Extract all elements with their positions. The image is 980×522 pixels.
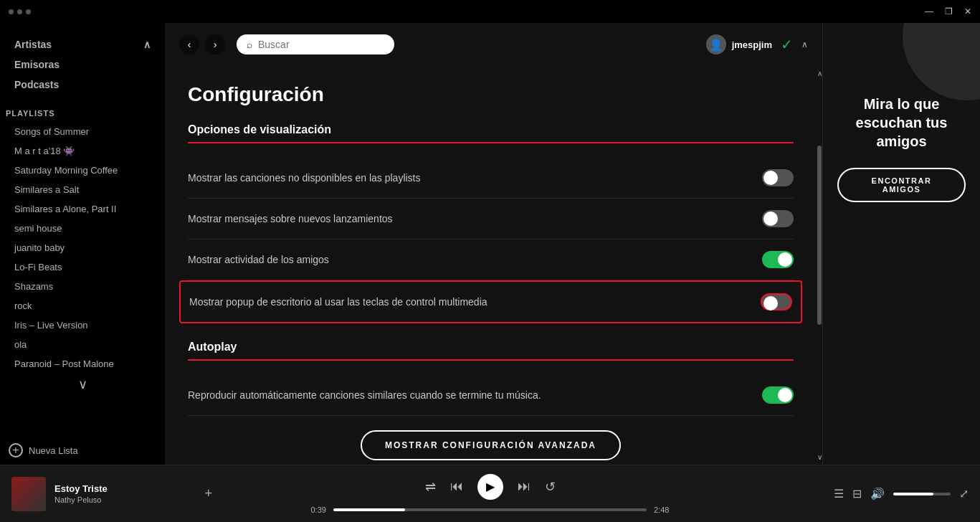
right-panel-title: Mira lo que escuchan tus amigos xyxy=(837,95,966,151)
toggle-thumb xyxy=(778,388,792,402)
playlist-item[interactable]: M a r t a'18 👾 xyxy=(9,141,156,161)
titlebar: — ❐ ✕ xyxy=(0,0,980,23)
find-friends-button[interactable]: ENCONTRAR AMIGOS xyxy=(837,168,966,202)
scroll-up-icon[interactable]: ∧ xyxy=(817,70,822,77)
settings-row-activity: Mostrar actividad de los amigos xyxy=(188,239,794,280)
playlist-item[interactable]: ola xyxy=(9,335,156,354)
toggle-popup[interactable] xyxy=(761,293,792,310)
settings-title: Configuración xyxy=(188,83,794,106)
volume-button[interactable]: 🔊 xyxy=(870,487,885,500)
settings-wrapper: Configuración Opciones de visualización … xyxy=(165,66,822,465)
titlebar-dot xyxy=(26,9,31,14)
content-area: ‹ › ⌕ 👤 jmespjim ✓ ∧ Configuración Opcio… xyxy=(165,23,822,465)
search-input[interactable] xyxy=(258,39,373,50)
time-current: 0:39 xyxy=(311,506,326,514)
toggle-thumb xyxy=(763,296,778,310)
sidebar-item-artistas[interactable]: Artistas ∧ xyxy=(9,34,156,54)
playlist-item[interactable]: rock xyxy=(9,296,156,315)
track-artist: Nathy Peluso xyxy=(54,495,190,504)
player-bar: Estoy Triste Nathy Peluso + ⇌ ⏮ ▶ ⏭ ↺ 0:… xyxy=(0,465,980,522)
track-name: Estoy Triste xyxy=(54,483,190,494)
playlist-item[interactable]: Shazams xyxy=(9,277,156,296)
visualization-section-title: Opciones de visualización xyxy=(188,123,794,143)
user-avatar: 👤 xyxy=(706,34,726,54)
playlist-item[interactable]: Iris – Live Version xyxy=(9,315,156,335)
time-total: 2:48 xyxy=(654,506,669,514)
player-track: Estoy Triste Nathy Peluso + xyxy=(11,477,212,511)
progress-bar-container: 0:39 2:48 xyxy=(311,506,670,514)
sidebar-item-podcasts[interactable]: Podcasts xyxy=(9,75,156,95)
sidebar-item-emisoras[interactable]: Emisoras xyxy=(9,54,156,75)
settings-row-unavailable: Mostrar las canciones no disponibles en … xyxy=(188,158,794,199)
plus-icon: + xyxy=(9,443,23,457)
playlist-item[interactable]: Saturday Morning Coffee xyxy=(9,161,156,180)
sidebar: Artistas ∧ Emisoras Podcasts PLAYLISTS S… xyxy=(0,23,165,465)
track-art-image xyxy=(11,477,46,511)
topbar: ‹ › ⌕ 👤 jmespjim ✓ ∧ xyxy=(165,23,822,66)
prev-button[interactable]: ⏮ xyxy=(450,479,463,494)
user-menu[interactable]: 👤 jmespjim xyxy=(706,34,772,54)
progress-track[interactable] xyxy=(333,508,647,511)
sidebar-playlists: Songs of Summer M a r t a'18 👾 Saturday … xyxy=(0,122,165,436)
chevron-up-icon: ∧ xyxy=(143,39,151,50)
buttons-area: MOSTRAR CONFIGURACIÓN AVANZADA CERRAR SE… xyxy=(188,430,794,465)
autoplay-section-title: Autoplay xyxy=(188,341,794,361)
scroll-down-icon[interactable]: ∨ xyxy=(817,453,822,461)
playlist-item[interactable]: Songs of Summer xyxy=(9,122,156,141)
toggle-autoplay[interactable] xyxy=(762,386,794,404)
toggle-thumb xyxy=(778,252,792,267)
scrollbar-track: ∧ ∨ xyxy=(817,66,822,465)
player-controls: ⇌ ⏮ ▶ ⏭ ↺ 0:39 2:48 xyxy=(212,474,768,514)
volume-fill xyxy=(893,493,933,495)
titlebar-dot xyxy=(17,9,22,14)
chevron-down-icon[interactable]: ∨ xyxy=(9,374,156,395)
username-label: jmespjim xyxy=(732,39,772,50)
advanced-settings-button[interactable]: MOSTRAR CONFIGURACIÓN AVANZADA xyxy=(361,430,621,460)
queue-button[interactable]: ☰ xyxy=(834,487,844,500)
playlists-section-label: PLAYLISTS xyxy=(0,100,165,122)
maximize-button[interactable]: ❐ xyxy=(945,6,953,16)
volume-bar[interactable] xyxy=(893,493,951,495)
scrollbar-thumb[interactable] xyxy=(817,146,822,325)
back-button[interactable]: ‹ xyxy=(179,34,199,54)
repeat-button[interactable]: ↺ xyxy=(545,479,556,495)
playlist-item[interactable]: semi house xyxy=(9,219,156,238)
add-track-button[interactable]: + xyxy=(204,486,212,501)
track-art xyxy=(11,477,46,511)
playlist-item[interactable]: Similares a Alone, Part II xyxy=(9,199,156,219)
nav-arrows: ‹ › xyxy=(179,34,225,54)
titlebar-dot xyxy=(9,9,14,14)
close-button[interactable]: ✕ xyxy=(964,6,971,16)
track-info: Estoy Triste Nathy Peluso xyxy=(54,483,190,504)
titlebar-dots xyxy=(9,9,31,14)
playlist-item[interactable]: Lo-Fi Beats xyxy=(9,257,156,277)
shuffle-button[interactable]: ⇌ xyxy=(425,479,436,495)
forward-button[interactable]: › xyxy=(205,34,225,54)
toggle-thumb xyxy=(763,212,778,226)
right-panel-content: Mira lo que escuchan tus amigos ENCONTRA… xyxy=(823,66,980,217)
new-list-button[interactable]: + Nueva Lista xyxy=(0,436,165,465)
settings-row-autoplay: Reproducir automáticamente canciones sim… xyxy=(188,375,794,416)
devices-button[interactable]: ⊟ xyxy=(852,487,862,500)
autoplay-section: Autoplay Reproducir automáticamente canc… xyxy=(188,341,794,416)
playlist-item[interactable]: juanito baby xyxy=(9,238,156,257)
titlebar-controls: — ❐ ✕ xyxy=(925,6,971,16)
playlist-item[interactable]: Similares a Salt xyxy=(9,180,156,199)
next-button[interactable]: ⏭ xyxy=(518,479,531,494)
settings-panel: Configuración Opciones de visualización … xyxy=(165,66,817,465)
toggle-unavailable[interactable] xyxy=(762,169,794,186)
search-bar[interactable]: ⌕ xyxy=(237,34,394,54)
chevron-up-icon[interactable]: ∧ xyxy=(801,39,808,49)
settings-row-popup: Mostrar popup de escritorio al usar las … xyxy=(179,280,802,323)
toggle-messages[interactable] xyxy=(762,210,794,227)
play-button[interactable]: ▶ xyxy=(477,474,503,500)
search-icon: ⌕ xyxy=(247,39,252,50)
minimize-button[interactable]: — xyxy=(925,6,933,16)
spotify-checkmark: ✓ xyxy=(781,36,793,53)
toggle-activity[interactable] xyxy=(762,251,794,268)
player-right: ☰ ⊟ 🔊 ⤢ xyxy=(768,487,969,500)
playlist-item[interactable]: Paranoid – Post Malone xyxy=(9,354,156,374)
settings-row-messages: Mostrar mensajes sobre nuevos lanzamient… xyxy=(188,199,794,239)
sidebar-nav: Artistas ∧ Emisoras Podcasts xyxy=(0,23,165,100)
fullscreen-button[interactable]: ⤢ xyxy=(959,487,969,500)
